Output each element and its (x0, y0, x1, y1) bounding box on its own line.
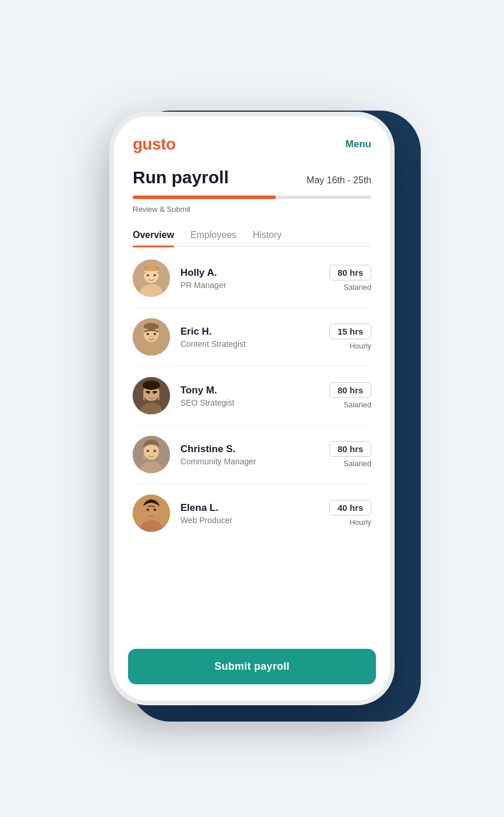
table-row[interactable]: Eric H. Content Strategist 15 hrs Hourly (133, 308, 371, 367)
pay-type: Salaried (343, 400, 371, 409)
main-content: Run payroll May 16th - 25th Review & Sub… (114, 163, 390, 640)
submit-payroll-button[interactable]: Submit payroll (128, 649, 376, 684)
pay-type: Salaried (343, 459, 371, 468)
table-row[interactable]: Holly A. PR Manager 80 hrs Salaried (133, 249, 371, 308)
employee-role: SEO Strategist (180, 398, 329, 407)
svg-point-22 (153, 392, 155, 394)
tab-overview[interactable]: Overview (133, 224, 174, 246)
title-row: Run payroll May 16th - 25th (133, 168, 371, 187)
employee-role: Content Strategist (180, 339, 329, 349)
hours-badge: 80 hrs (329, 265, 371, 280)
employee-list: Holly A. PR Manager 80 hrs Salaried (133, 249, 371, 542)
employee-info: Eric H. Content Strategist (180, 326, 329, 349)
employee-info: Holly A. PR Manager (180, 267, 329, 290)
hours-section: 15 hrs Hourly (329, 324, 371, 350)
employee-role: Community Manager (180, 457, 329, 466)
employee-info: Christine S. Community Manager (180, 443, 329, 466)
progress-label: Review & Submit (133, 205, 371, 214)
svg-point-32 (154, 509, 156, 511)
avatar (133, 495, 170, 532)
submit-area: Submit payroll (114, 640, 390, 701)
employee-role: PR Manager (180, 280, 329, 290)
avatar (133, 377, 170, 414)
pay-type: Salaried (343, 283, 371, 292)
employee-name: Eric H. (180, 326, 329, 338)
hours-section: 40 hrs Hourly (329, 500, 371, 527)
app-header: gusto Menu (114, 116, 390, 163)
progress-bar (133, 196, 371, 199)
svg-rect-7 (157, 272, 159, 273)
hours-badge: 40 hrs (329, 500, 371, 516)
tabs-container: Overview Employees History (133, 224, 371, 247)
tab-employees[interactable]: Employees (190, 224, 236, 246)
page-title: Run payroll (133, 168, 229, 187)
svg-point-18 (143, 381, 160, 390)
employee-name: Tony M. (180, 385, 329, 396)
avatar (133, 436, 170, 473)
svg-point-26 (147, 450, 149, 452)
tab-history[interactable]: History (253, 224, 282, 246)
svg-point-24 (144, 443, 159, 460)
svg-point-13 (154, 333, 156, 335)
svg-point-5 (154, 274, 156, 276)
avatar (133, 260, 170, 297)
pay-type: Hourly (349, 342, 371, 350)
table-row[interactable]: Christine S. Community Manager 80 hrs Sa… (133, 425, 371, 484)
svg-point-31 (147, 509, 149, 511)
hours-section: 80 hrs Salaried (329, 265, 371, 292)
svg-point-4 (147, 274, 149, 276)
employee-role: Web Producer (180, 516, 329, 525)
hours-badge: 80 hrs (329, 441, 371, 457)
employee-name: Holly A. (180, 267, 329, 279)
phone-screen: gusto Menu Run payroll May 16th - 25th R… (114, 116, 390, 701)
employee-info: Elena L. Web Producer (180, 502, 329, 525)
date-range: May 16th - 25th (307, 175, 371, 186)
employee-info: Tony M. SEO Strategist (180, 385, 329, 407)
svg-point-11 (144, 323, 159, 330)
svg-rect-3 (144, 267, 158, 271)
menu-button[interactable]: Menu (346, 138, 371, 150)
hours-section: 80 hrs Salaried (329, 441, 371, 468)
employee-name: Elena L. (180, 502, 329, 514)
hours-badge: 80 hrs (329, 382, 371, 398)
svg-rect-6 (143, 272, 146, 273)
app-logo: gusto (133, 135, 176, 154)
pay-type: Hourly (349, 518, 371, 527)
phone-frame: gusto Menu Run payroll May 16th - 25th R… (109, 112, 395, 705)
progress-bar-fill (133, 196, 276, 199)
hours-section: 80 hrs Salaried (329, 382, 371, 409)
svg-point-12 (147, 333, 149, 335)
hours-badge: 15 hrs (329, 324, 371, 339)
table-row[interactable]: Elena L. Web Producer 40 hrs Hourly (133, 484, 371, 542)
avatar (133, 318, 170, 356)
svg-point-27 (154, 450, 156, 452)
svg-point-14 (149, 336, 154, 338)
employee-name: Christine S. (180, 443, 329, 455)
svg-point-21 (147, 392, 150, 394)
table-row[interactable]: Tony M. SEO Strategist 80 hrs Salaried (133, 367, 371, 425)
